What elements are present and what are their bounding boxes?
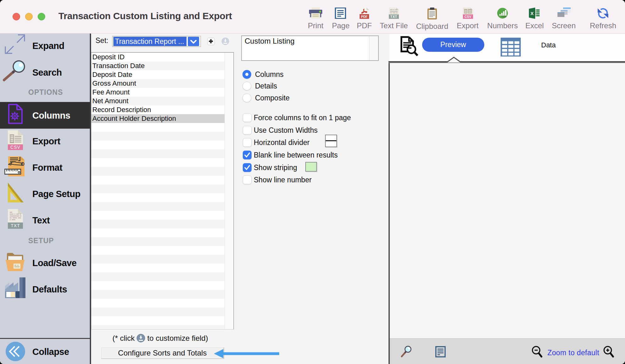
svg-text:TXT: TXT	[390, 15, 397, 19]
svg-text:CSV: CSV	[10, 145, 20, 150]
svg-text:CSV: CSV	[465, 15, 471, 19]
svg-text:X: X	[530, 11, 534, 16]
svg-text:TXT: TXT	[11, 223, 20, 228]
svg-text:PDF: PDF	[361, 15, 368, 19]
